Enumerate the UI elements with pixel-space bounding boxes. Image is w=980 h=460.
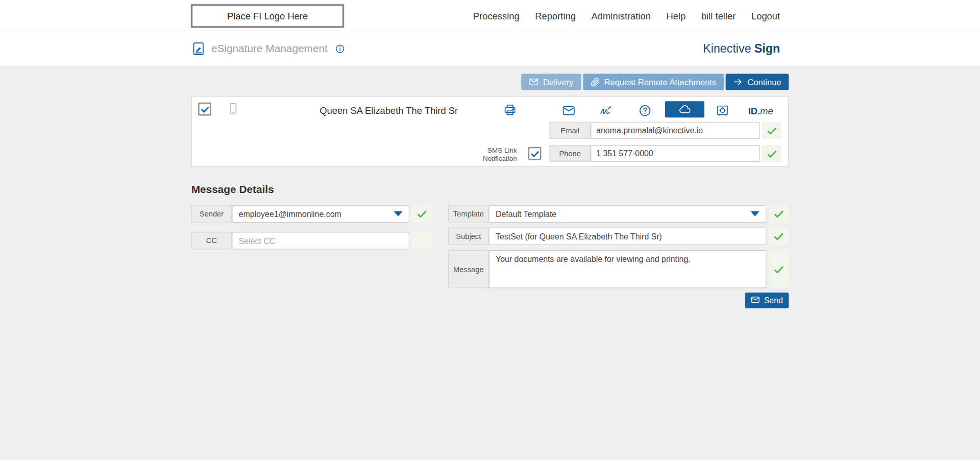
continue-button[interactable]: Continue — [726, 74, 789, 90]
brand-bold: Sign — [754, 41, 780, 55]
chevron-down-icon — [751, 211, 760, 216]
sender-row: Sender employee1@immonline.com — [191, 205, 432, 223]
app-title-group: eSignature Management — [191, 31, 345, 65]
nav-processing[interactable]: Processing — [473, 10, 520, 21]
kinective-sign-logo: Kinective Sign — [703, 31, 780, 65]
message-label: Message — [448, 250, 489, 288]
fi-logo-text: Place FI Logo Here — [227, 11, 308, 21]
sender-valid-check — [412, 205, 432, 223]
sms-label-line1: SMS Link — [454, 147, 517, 155]
page-title: eSignature Management — [211, 42, 328, 55]
cc-label: CC — [191, 232, 232, 249]
idme-bold: ID. — [748, 106, 760, 116]
template-select[interactable]: Default Template — [489, 205, 767, 223]
email-input[interactable] — [591, 122, 760, 139]
vault-icon[interactable] — [716, 104, 729, 117]
nav-help[interactable]: Help — [667, 10, 686, 21]
phone-input[interactable] — [591, 145, 760, 162]
template-row: Template Default Template — [448, 205, 789, 223]
print-icon[interactable] — [503, 103, 517, 117]
top-nav: Processing Reporting Administration Help… — [473, 0, 780, 31]
signature-icon[interactable] — [599, 104, 613, 117]
esignature-document-icon — [191, 41, 206, 56]
sender-label: Sender — [191, 205, 232, 223]
send-button-label: Send — [764, 296, 783, 305]
delivery-button-label: Delivery — [543, 77, 574, 86]
info-icon[interactable] — [335, 43, 346, 54]
phone-valid-check — [762, 145, 781, 162]
continue-button-label: Continue — [747, 77, 781, 86]
nav-user[interactable]: bill teller — [701, 10, 736, 21]
sms-link-notification-label: SMS Link Notification — [454, 147, 517, 163]
paperclip-icon — [591, 77, 600, 86]
phone-label: Phone — [549, 145, 591, 162]
send-button[interactable]: Send — [745, 293, 789, 308]
idme-icon[interactable]: ID.me — [748, 106, 773, 116]
nav-reporting[interactable]: Reporting — [535, 10, 576, 21]
delivery-button[interactable]: Delivery — [521, 74, 581, 90]
send-envelope-icon — [751, 295, 760, 306]
page: Place FI Logo Here Processing Reporting … — [0, 0, 980, 460]
email-delivery-icon[interactable] — [562, 104, 576, 117]
template-label: Template — [448, 205, 489, 223]
request-remote-attachments-button[interactable]: Request Remote Attachments — [583, 74, 724, 90]
sub-header: eSignature Management Kinective Sign — [0, 31, 980, 65]
subject-row: Subject — [448, 228, 789, 245]
cc-input[interactable] — [232, 232, 409, 249]
recipient-checkbox[interactable] — [198, 103, 211, 116]
message-row: Message Your documents are available for… — [448, 250, 789, 288]
subject-valid-check — [769, 228, 789, 245]
subject-label: Subject — [448, 228, 489, 245]
sms-notification-checkbox[interactable] — [528, 147, 542, 160]
cc-check-placeholder — [412, 232, 432, 249]
message-valid-check — [769, 250, 789, 288]
recipient-name: Queen SA Elizabeth The Third Sr — [307, 105, 470, 116]
message-textarea[interactable]: Your documents are available for viewing… — [489, 250, 767, 288]
top-bar: Place FI Logo Here Processing Reporting … — [0, 0, 980, 31]
sender-value: employee1@immonline.com — [239, 209, 341, 219]
nav-logout[interactable]: Logout — [751, 10, 780, 21]
nav-administration[interactable]: Administration — [592, 10, 651, 21]
message-details-heading: Message Details — [191, 184, 274, 196]
subject-input[interactable] — [489, 228, 767, 245]
request-remote-attachments-label: Request Remote Attachments — [604, 77, 717, 86]
email-label: Email — [549, 122, 591, 139]
idme-italic: me — [760, 106, 773, 116]
sender-select[interactable]: employee1@immonline.com — [232, 205, 409, 223]
arrow-right-icon — [733, 77, 743, 87]
recipient-card: Queen SA Elizabeth The Third Sr ID.me Em… — [191, 96, 789, 167]
sms-label-line2: Notification — [454, 154, 517, 162]
brand-regular: Kinective — [703, 41, 751, 55]
template-value: Default Template — [496, 209, 556, 219]
fi-logo-placeholder: Place FI Logo Here — [191, 5, 344, 28]
template-valid-check — [769, 205, 789, 223]
actions-row: Delivery Request Remote Attachments Cont… — [521, 74, 789, 90]
cc-row: CC — [191, 232, 432, 249]
email-valid-check — [762, 122, 781, 139]
mobile-device-icon — [226, 102, 240, 116]
cloud-delivery-icon-selected[interactable] — [665, 101, 704, 117]
chevron-down-icon — [394, 211, 402, 216]
help-circle-icon[interactable] — [638, 104, 652, 117]
envelope-icon — [529, 77, 539, 87]
